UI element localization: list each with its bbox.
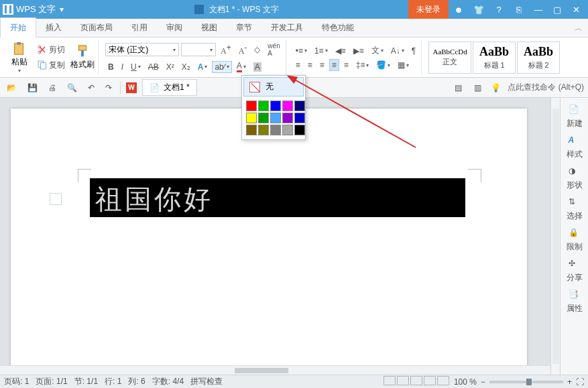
tab-insert[interactable]: 插入 [36,18,71,37]
align-left-button[interactable]: ≡ [293,59,303,71]
tab-devtools[interactable]: 开发工具 [261,18,312,37]
help-icon[interactable]: ? [489,0,509,19]
skin-icon[interactable]: ☻ [449,0,469,19]
zoom-value[interactable]: 100 % [454,377,477,387]
font-family-select[interactable]: 宋体 (正文)▾ [105,43,179,56]
tab-references[interactable]: 引用 [122,18,157,37]
distribute-button[interactable]: ≡ [341,59,351,71]
color-swatch[interactable] [270,125,281,135]
phonetic-guide-button[interactable]: wénA [265,41,282,58]
text-effects-button[interactable]: A▾ [195,61,211,73]
color-swatch[interactable] [258,101,269,111]
redo-button[interactable]: ↷ [103,82,115,94]
align-justify-button[interactable]: ≡ [329,59,339,71]
line-spacing-button[interactable]: ‡≡▾ [353,59,372,71]
paste-button[interactable]: 粘贴 ▾ [7,42,32,74]
tab-chapter[interactable]: 章节 [227,18,261,37]
print-preview-button[interactable]: 🔍 [64,82,80,94]
color-swatch[interactable] [294,125,305,135]
wps-home-icon[interactable]: W [126,82,137,93]
decrease-indent-button[interactable]: ◀≡ [333,45,349,57]
font-color-button[interactable]: A▾ [234,60,249,74]
tab-featured[interactable]: 特色功能 [312,18,363,37]
showmarks-button[interactable]: ¶ [409,45,418,57]
ribbon-toggle-icon[interactable]: ⎘ [509,0,529,19]
highlight-button[interactable]: ab⁄▾ [212,61,231,73]
sidepanel-props[interactable]: 📑属性 [562,288,587,315]
task-pane-button[interactable]: ▥ [471,82,484,94]
bullets-button[interactable]: •≡▾ [293,45,310,57]
shrink-font-button[interactable]: A- [236,42,250,58]
color-swatch[interactable] [282,125,293,135]
formatpainter-button[interactable]: 格式刷 [70,44,95,70]
color-swatch[interactable] [294,113,305,123]
selected-text[interactable]: 祖国你好 [90,178,465,217]
tab-pagelayout[interactable]: 页面布局 [71,18,122,37]
status-spellcheck[interactable]: 拼写检查 [190,376,223,387]
horizontal-scrollbar[interactable] [0,365,550,375]
style-normal[interactable]: AaBbCcDd 正文 [428,42,471,74]
sidepanel-shapes[interactable]: ◑形状 [562,165,587,192]
color-swatch[interactable] [270,113,281,123]
subscript-button[interactable]: X₂ [179,61,193,73]
font-size-select[interactable]: ▾ [181,43,216,56]
grow-font-button[interactable]: A+ [218,42,234,58]
color-swatch[interactable] [246,113,257,123]
status-pageno[interactable]: 页码: 1 [4,376,29,387]
status-pages[interactable]: 页面: 1/1 [36,376,67,387]
open-file-button[interactable]: 📂 [4,82,19,94]
app-menu-dropdown[interactable]: ▾ [58,5,65,14]
document-tab[interactable]: 📄 文档1 * [142,79,197,96]
tab-start[interactable]: 开始 [0,17,36,38]
color-swatch[interactable] [246,101,257,111]
maximize-button[interactable]: ▢ [548,0,567,19]
numbering-button[interactable]: 1≡▾ [312,45,331,57]
asian-layout-button[interactable]: 文▾ [369,44,386,58]
vertical-scrollbar[interactable] [550,98,560,375]
tab-review[interactable]: 审阅 [157,18,192,37]
status-line[interactable]: 行: 1 [105,376,121,387]
status-section[interactable]: 节: 1/1 [74,376,98,387]
color-swatch[interactable] [282,101,293,111]
paste-options-popup[interactable] [50,193,62,205]
sidepanel-styles[interactable]: A样式 [562,134,587,161]
cut-button[interactable]: 剪切 [34,43,68,57]
status-chars[interactable]: 字数: 4/4 [152,376,184,387]
copy-button[interactable]: 复制 [34,58,68,72]
sidepanel-share[interactable]: ✣分享 [562,257,587,284]
char-shading-button[interactable]: A [251,61,264,73]
color-swatch[interactable] [282,113,293,123]
align-right-button[interactable]: ≡ [317,59,327,71]
italic-button[interactable]: I [119,61,126,73]
undo-button[interactable]: ↶ [85,82,97,94]
style-heading1[interactable]: AaBb 标题 1 [473,42,516,74]
color-swatch[interactable] [258,125,269,135]
underline-button[interactable]: U▾ [128,61,143,73]
style-heading2[interactable]: AaBb 标题 2 [517,42,560,74]
search-commands[interactable]: 点此查找命令 (Alt+Q) [508,82,584,93]
clear-format-button[interactable]: ◇ [251,44,263,56]
strikethrough-button[interactable]: AB [145,61,162,73]
align-center-button[interactable]: ≡ [305,59,315,71]
document-page[interactable]: 祖国你好 [11,109,527,375]
print-button[interactable]: 🖨 [46,82,59,94]
close-button[interactable]: ✕ [567,0,585,19]
color-swatch[interactable] [270,101,281,111]
shading-button[interactable]: 🪣▾ [373,59,393,71]
color-swatch[interactable] [246,125,257,135]
tshirt-icon[interactable]: 👕 [469,0,489,19]
tab-view[interactable]: 视图 [192,18,227,37]
save-button[interactable]: 💾 [25,82,40,94]
status-col[interactable]: 列: 6 [128,376,145,387]
zoom-slider[interactable] [489,381,563,383]
view-buttons[interactable] [383,376,450,387]
fullscreen-button[interactable]: ⛶ [576,377,584,387]
color-swatch[interactable] [294,101,305,111]
sidepanel-select[interactable]: ⇅选择 [562,196,587,222]
sidepanel-restrict[interactable]: 🔒限制 [562,227,587,253]
superscript-button[interactable]: X² [164,61,177,73]
color-swatch[interactable] [258,113,269,123]
sidepanel-new[interactable]: 📄新建 [562,103,587,130]
borders-button[interactable]: ▦▾ [395,59,412,71]
bold-button[interactable]: B [105,61,117,73]
